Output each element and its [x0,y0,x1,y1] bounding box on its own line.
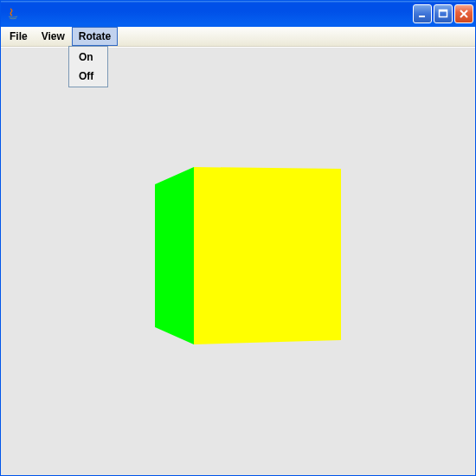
maximize-button[interactable] [434,4,453,23]
rotate-dropdown: On Off [68,46,108,87]
svg-rect-2 [440,10,447,12]
svg-rect-0 [419,16,425,17]
dropdown-item-off[interactable]: Off [70,67,106,86]
java-icon [6,7,20,21]
minimize-button[interactable] [413,4,432,23]
dropdown-item-on[interactable]: On [70,48,106,67]
close-button[interactable] [454,4,473,23]
cube-left-face [155,167,194,344]
titlebar[interactable] [1,1,475,27]
menu-rotate[interactable]: Rotate [72,27,118,46]
canvas-area [1,47,475,475]
menu-file[interactable]: File [3,27,35,46]
cube-3d [155,158,345,357]
menu-view[interactable]: View [35,27,72,46]
window-controls [413,4,473,23]
cube-front-face [194,167,341,344]
menubar: File View Rotate [1,27,475,47]
